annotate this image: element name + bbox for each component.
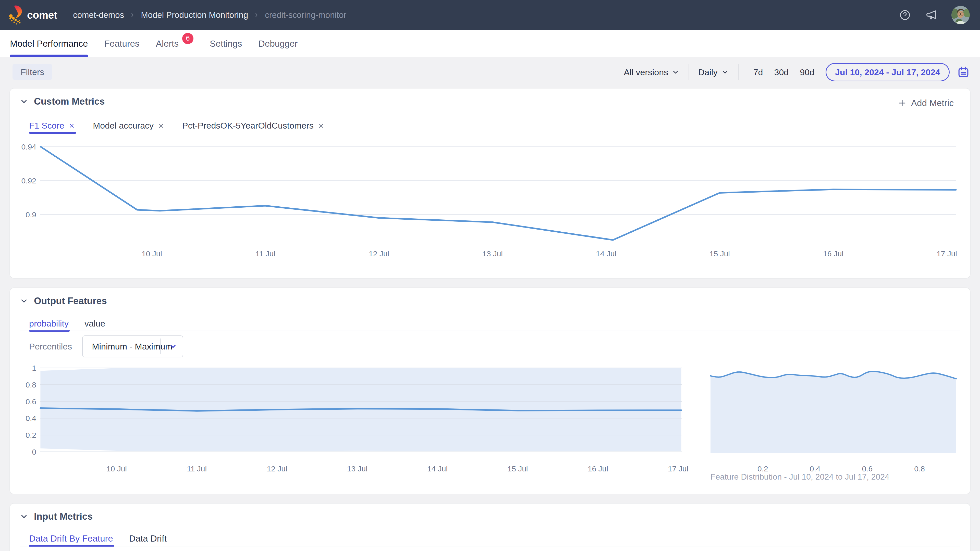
percentiles-label: Percentiles — [29, 341, 72, 351]
date-range-pill[interactable]: Jul 10, 2024 - Jul 17, 2024 — [826, 63, 950, 81]
close-icon[interactable] — [68, 122, 75, 129]
svg-text:0.94: 0.94 — [21, 143, 36, 151]
help-icon[interactable] — [898, 8, 912, 22]
tab-settings[interactable]: Settings — [210, 30, 242, 57]
input-metric-tabs: Data Drift By Feature Data Drift — [29, 531, 167, 546]
output-feature-tabs: probability value — [29, 317, 105, 330]
tab-debugger[interactable]: Debugger — [258, 30, 298, 57]
output-features-panel: Output Features probability value Percen… — [10, 287, 970, 494]
svg-text:1: 1 — [32, 364, 36, 372]
avatar[interactable] — [951, 6, 970, 24]
close-icon[interactable] — [158, 122, 164, 129]
feature-distribution-chart: 0.20.40.60.8 — [705, 363, 980, 480]
svg-text:15 Jul: 15 Jul — [508, 465, 528, 473]
svg-text:10 Jul: 10 Jul — [142, 249, 162, 258]
svg-text:12 Jul: 12 Jul — [267, 465, 287, 473]
feature-tab-value[interactable]: value — [84, 317, 105, 330]
metric-tab-f1-score[interactable]: F1 Score — [29, 119, 75, 133]
breadcrumb: comet-demos Model Production Monitoring … — [73, 10, 346, 20]
versions-dropdown[interactable]: All versions — [624, 67, 679, 77]
tab-model-performance[interactable]: Model Performance — [10, 30, 88, 57]
comet-logo-icon — [9, 5, 24, 25]
input-metrics-panel: Input Metrics Data Drift By Feature Data… — [10, 503, 970, 551]
svg-text:0.4: 0.4 — [25, 414, 36, 422]
chevron-right-icon — [254, 12, 259, 18]
divider — [160, 338, 161, 354]
range-7d-button[interactable]: 7d — [748, 67, 769, 77]
custom-metrics-collapse[interactable]: Custom Metrics — [20, 96, 105, 107]
section-title: Output Features — [34, 295, 107, 306]
percentiles-row: Percentiles Minimum - Maximum — [29, 335, 183, 357]
range-90d-button[interactable]: 90d — [794, 67, 820, 77]
svg-text:15 Jul: 15 Jul — [710, 249, 730, 258]
chevron-down-icon — [20, 512, 28, 521]
svg-text:17 Jul: 17 Jul — [937, 249, 957, 258]
svg-text:16 Jul: 16 Jul — [823, 249, 843, 258]
svg-text:0: 0 — [32, 448, 36, 456]
tab-data-drift[interactable]: Data Drift — [129, 531, 167, 546]
percentiles-select[interactable]: Minimum - Maximum — [82, 335, 183, 357]
metric-tabs: F1 Score Model accuracy Pct-PredsOK-5Yea… — [29, 119, 325, 133]
main-tabbar: Model Performance Features Alerts 6 Sett… — [0, 30, 980, 57]
divider — [20, 546, 960, 546]
tab-features[interactable]: Features — [104, 30, 139, 57]
svg-text:11 Jul: 11 Jul — [256, 249, 275, 258]
chevron-down-icon — [169, 342, 177, 351]
svg-text:14 Jul: 14 Jul — [596, 249, 616, 258]
svg-text:16 Jul: 16 Jul — [588, 465, 608, 473]
add-metric-button[interactable]: Add Metric — [896, 98, 955, 108]
logo-wordmark: comet — [27, 9, 57, 21]
tab-alerts[interactable]: Alerts 6 — [156, 30, 193, 57]
breadcrumb-project[interactable]: Model Production Monitoring — [141, 10, 248, 20]
interval-dropdown[interactable]: Daily — [698, 67, 729, 77]
section-title: Custom Metrics — [34, 96, 105, 107]
divider — [738, 64, 738, 80]
filters-button[interactable]: Filters — [13, 64, 52, 80]
filter-bar: Filters All versions Daily 7d 30d 90d Ju… — [0, 57, 980, 87]
probability-percentiles-chart: 00.20.40.60.8110 Jul11 Jul12 Jul13 Jul14… — [10, 363, 699, 480]
svg-text:11 Jul: 11 Jul — [187, 465, 207, 473]
chevron-down-icon — [721, 68, 729, 76]
tab-data-drift-by-feature[interactable]: Data Drift By Feature — [29, 531, 113, 546]
svg-text:0.92: 0.92 — [21, 176, 36, 185]
metric-tab-pct-preds[interactable]: Pct-PredsOK-5YearOldCustomers — [182, 119, 325, 133]
chevron-down-icon — [20, 97, 28, 106]
svg-text:0.6: 0.6 — [25, 397, 36, 406]
svg-text:17 Jul: 17 Jul — [668, 465, 688, 473]
divider — [20, 133, 960, 133]
svg-text:13 Jul: 13 Jul — [482, 249, 503, 258]
section-title: Input Metrics — [34, 511, 93, 522]
output-features-collapse[interactable]: Output Features — [20, 295, 107, 306]
svg-text:0.6: 0.6 — [862, 465, 873, 473]
breadcrumb-workspace[interactable]: comet-demos — [73, 10, 124, 20]
megaphone-icon[interactable] — [925, 8, 938, 22]
navbar-actions — [898, 6, 970, 24]
close-icon[interactable] — [318, 122, 325, 129]
divider — [689, 64, 689, 80]
input-metrics-collapse[interactable]: Input Metrics — [20, 511, 93, 522]
svg-text:14 Jul: 14 Jul — [427, 465, 448, 473]
breadcrumb-model: credit-scoring-monitor — [265, 10, 346, 20]
alerts-count-badge: 6 — [182, 33, 193, 44]
svg-text:13 Jul: 13 Jul — [347, 465, 368, 473]
calendar-icon[interactable] — [956, 65, 970, 79]
svg-text:12 Jul: 12 Jul — [369, 249, 389, 258]
feature-tab-probability[interactable]: probability — [29, 317, 68, 330]
custom-metrics-panel: Custom Metrics Add Metric F1 Score Model… — [10, 88, 970, 279]
range-30d-button[interactable]: 30d — [768, 67, 794, 77]
plus-icon — [897, 98, 907, 108]
f1-score-line-chart: 0.90.920.9410 Jul11 Jul12 Jul13 Jul14 Ju… — [10, 138, 971, 277]
comet-logo[interactable]: comet — [9, 5, 57, 25]
svg-text:0.9: 0.9 — [25, 210, 36, 219]
svg-text:0.4: 0.4 — [810, 465, 821, 473]
metric-tab-model-accuracy[interactable]: Model accuracy — [93, 119, 164, 133]
chevron-down-icon — [672, 68, 679, 76]
chevron-right-icon — [130, 12, 135, 18]
svg-text:0.2: 0.2 — [25, 431, 36, 439]
distribution-caption: Feature Distribution - Jul 10, 2024 to J… — [711, 472, 889, 482]
svg-text:10 Jul: 10 Jul — [107, 465, 127, 473]
svg-text:0.2: 0.2 — [757, 465, 768, 473]
svg-text:0.8: 0.8 — [914, 465, 925, 473]
divider — [20, 330, 960, 331]
top-navbar: comet comet-demos Model Production Monit… — [0, 0, 980, 30]
